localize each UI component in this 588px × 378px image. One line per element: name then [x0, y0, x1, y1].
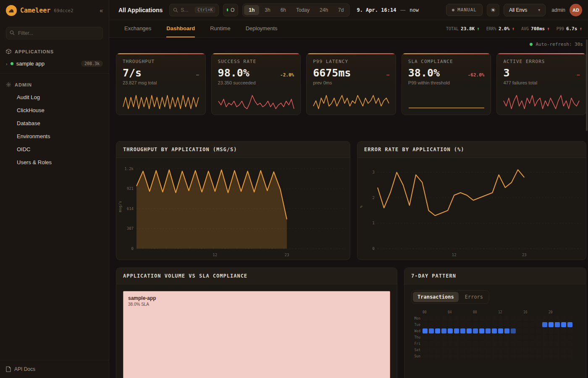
heatmap-cell[interactable]	[467, 316, 472, 321]
heatmap-cell[interactable]	[498, 316, 503, 321]
heatmap-cell[interactable]	[479, 347, 484, 352]
heatmap-cell[interactable]	[448, 354, 453, 359]
heatmap-cell[interactable]	[504, 341, 509, 346]
heatmap-cell[interactable]	[561, 347, 566, 352]
heatmap-cell[interactable]	[486, 316, 491, 321]
heatmap-cell[interactable]	[467, 347, 472, 352]
heatmap-cell[interactable]	[511, 316, 516, 321]
heatmap-cell[interactable]	[523, 347, 528, 352]
heatmap-cell[interactable]	[567, 322, 572, 327]
heatmap-cell[interactable]	[492, 316, 497, 321]
theme-toggle-button[interactable]: ☀	[487, 4, 499, 16]
heatmap-cell[interactable]	[517, 347, 522, 352]
heatmap-cell[interactable]	[498, 347, 503, 352]
sidebar-item-database[interactable]: Database	[0, 117, 109, 130]
heatmap-cell[interactable]	[435, 316, 440, 321]
heatmap-cell[interactable]	[473, 316, 478, 321]
heatmap-cell[interactable]	[567, 316, 572, 321]
search-input[interactable]	[181, 7, 192, 13]
global-search[interactable]: Ctrl+K	[169, 4, 219, 16]
heatmap-cell[interactable]	[536, 354, 541, 359]
heatmap-cell[interactable]	[435, 341, 440, 346]
heatmap-cell[interactable]	[492, 328, 497, 333]
heatmap-cell[interactable]	[498, 322, 503, 327]
heatmap-cell[interactable]	[423, 335, 428, 340]
sidebar-item-audit-log[interactable]: Audit Log	[0, 91, 109, 104]
heatmap-cell[interactable]	[486, 347, 491, 352]
range-button-7d[interactable]: 7d	[333, 5, 348, 15]
heatmap-cell[interactable]	[460, 335, 465, 340]
heatmap-cell[interactable]	[549, 316, 554, 321]
heatmap-cell[interactable]	[504, 322, 509, 327]
heatmap-cell[interactable]	[454, 335, 459, 340]
heatmap-cell[interactable]	[441, 347, 446, 352]
heatmap-cell[interactable]	[567, 328, 572, 333]
heatmap-cell[interactable]	[423, 341, 428, 346]
heatmap-cell[interactable]	[549, 354, 554, 359]
range-end-label[interactable]: now	[410, 7, 419, 13]
heatmap-cell[interactable]	[454, 341, 459, 346]
heatmap-cell[interactable]	[479, 316, 484, 321]
heatmap-cell[interactable]	[486, 328, 491, 333]
filter-input[interactable]	[6, 27, 103, 39]
range-button-1h[interactable]: 1h	[244, 5, 259, 15]
heatmap-cell[interactable]	[542, 322, 547, 327]
heatmap-cell[interactable]	[441, 341, 446, 346]
heatmap-cell[interactable]	[423, 347, 428, 352]
heatmap-cell[interactable]	[523, 354, 528, 359]
heatmap-cell[interactable]	[511, 341, 516, 346]
heatmap-cell[interactable]	[435, 335, 440, 340]
heatmap-cell[interactable]	[523, 322, 528, 327]
heatmap-cell[interactable]	[504, 335, 509, 340]
heatmap-cell[interactable]	[536, 335, 541, 340]
heatmap-cell[interactable]	[486, 335, 491, 340]
heatmap-cell[interactable]	[555, 316, 560, 321]
api-docs-link[interactable]: API Docs	[0, 360, 109, 378]
heatmap-cell[interactable]	[561, 328, 566, 333]
environment-select[interactable]: All Envs ▾	[504, 4, 546, 16]
heatmap-cell[interactable]	[429, 347, 434, 352]
tab-transactions[interactable]: Transactions	[413, 292, 459, 302]
heatmap-cell[interactable]	[504, 347, 509, 352]
tab-runtime[interactable]: Runtime	[210, 20, 230, 37]
heatmap-cell[interactable]	[435, 322, 440, 327]
heatmap-cell[interactable]	[423, 322, 428, 327]
heatmap-cell[interactable]	[486, 341, 491, 346]
heatmap-cell[interactable]	[454, 328, 459, 333]
heatmap-cell[interactable]	[441, 322, 446, 327]
heatmap-cell[interactable]	[429, 316, 434, 321]
heatmap-cell[interactable]	[561, 354, 566, 359]
scrollbar[interactable]	[586, 39, 588, 131]
heatmap-cell[interactable]	[530, 328, 535, 333]
live-indicator[interactable]: O	[223, 4, 238, 16]
heatmap-cell[interactable]	[523, 341, 528, 346]
heatmap-cell[interactable]	[423, 354, 428, 359]
heatmap-cell[interactable]	[479, 354, 484, 359]
heatmap-cell[interactable]	[511, 354, 516, 359]
heatmap-cell[interactable]	[530, 347, 535, 352]
heatmap-cell[interactable]	[460, 341, 465, 346]
heatmap-cell[interactable]	[517, 335, 522, 340]
heatmap-cell[interactable]	[473, 322, 478, 327]
sidebar-item-users-roles[interactable]: Users & Roles	[0, 156, 109, 169]
heatmap-cell[interactable]	[567, 341, 572, 346]
heatmap-cell[interactable]	[492, 335, 497, 340]
user-avatar[interactable]: AD	[570, 4, 582, 16]
heatmap-cell[interactable]	[429, 328, 434, 333]
chevron-right-icon[interactable]: ›	[6, 61, 8, 66]
heatmap-cell[interactable]	[435, 328, 440, 333]
heatmap-cell[interactable]	[511, 322, 516, 327]
heatmap-cell[interactable]	[530, 341, 535, 346]
heatmap-cell[interactable]	[429, 322, 434, 327]
heatmap-cell[interactable]	[523, 328, 528, 333]
heatmap-cell[interactable]	[454, 316, 459, 321]
heatmap-cell[interactable]	[498, 354, 503, 359]
heatmap-cell[interactable]	[561, 341, 566, 346]
heatmap-cell[interactable]	[542, 335, 547, 340]
heatmap-cell[interactable]	[479, 328, 484, 333]
heatmap-cell[interactable]	[504, 316, 509, 321]
heatmap-cell[interactable]	[555, 347, 560, 352]
heatmap-cell[interactable]	[517, 354, 522, 359]
heatmap-cell[interactable]	[473, 347, 478, 352]
range-button-6h[interactable]: 6h	[276, 5, 291, 15]
